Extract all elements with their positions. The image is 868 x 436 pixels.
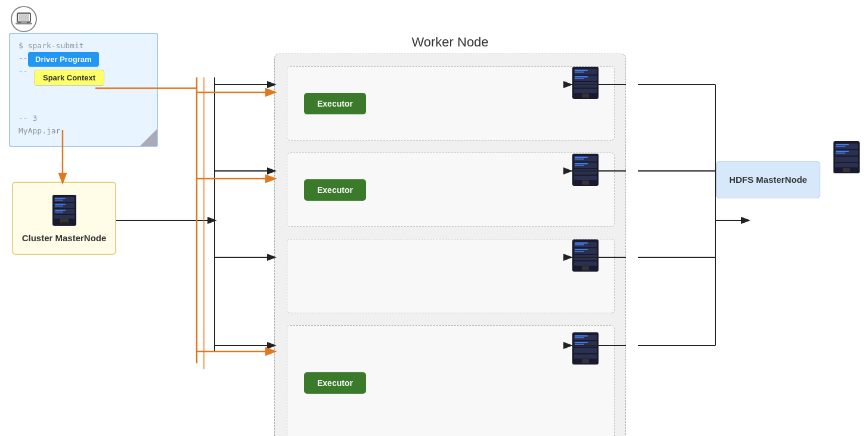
svg-rect-1 <box>18 14 29 21</box>
code-line-1: $ spark-submit <box>18 40 148 52</box>
svg-rect-40 <box>574 255 597 260</box>
svg-rect-61 <box>835 163 858 167</box>
cluster-server-icon <box>49 194 79 227</box>
worker-sub-2: Executor <box>287 152 615 227</box>
svg-rect-23 <box>575 71 584 73</box>
svg-rect-26 <box>582 94 589 98</box>
executor-box-4: Executor <box>304 372 366 394</box>
driver-program-label: Driver Program <box>35 55 92 64</box>
hdfs-server-icon <box>831 140 862 177</box>
svg-rect-36 <box>582 180 589 185</box>
code-line-4: -- 3 <box>18 113 148 125</box>
svg-rect-35 <box>575 165 584 166</box>
worker-sub-1: Executor <box>287 66 615 141</box>
worker-sub-4: Executor <box>287 325 615 436</box>
svg-rect-20 <box>574 82 597 88</box>
svg-rect-13 <box>55 210 66 211</box>
svg-rect-42 <box>575 242 588 244</box>
cluster-master-box: Cluster MasterNode <box>12 182 116 255</box>
cluster-master-label: Cluster MasterNode <box>22 233 107 243</box>
svg-rect-46 <box>582 266 589 270</box>
svg-rect-62 <box>836 144 849 145</box>
hdfs-master-label: HDFS MasterNode <box>729 175 807 185</box>
svg-rect-44 <box>575 249 588 250</box>
worker-sub-3 <box>287 239 615 313</box>
server-worker-3 <box>570 238 601 275</box>
svg-rect-54 <box>575 342 588 343</box>
svg-rect-45 <box>575 251 584 252</box>
server-worker-2 <box>570 152 601 189</box>
svg-rect-10 <box>55 200 63 201</box>
svg-rect-65 <box>836 152 845 154</box>
executor-box-2: Executor <box>304 179 366 201</box>
svg-rect-30 <box>574 169 597 175</box>
worker-node-title: Worker Node <box>274 35 626 50</box>
svg-rect-21 <box>574 89 597 93</box>
server-worker-1 <box>570 66 601 102</box>
svg-rect-22 <box>575 70 588 71</box>
svg-rect-12 <box>55 205 63 207</box>
svg-rect-56 <box>582 359 589 363</box>
svg-rect-14 <box>55 211 63 213</box>
terminal-box: Driver Program Spark Context $ spark-sub… <box>9 33 158 147</box>
svg-rect-63 <box>836 146 845 147</box>
executor-box-1: Executor <box>304 93 366 114</box>
server-worker-4 <box>570 331 601 368</box>
hdfs-master-box: HDFS MasterNode <box>716 161 820 198</box>
svg-rect-55 <box>575 344 584 345</box>
svg-rect-53 <box>575 337 584 338</box>
svg-rect-24 <box>575 76 588 77</box>
svg-rect-3 <box>21 22 27 23</box>
svg-rect-16 <box>61 222 67 225</box>
svg-rect-31 <box>574 176 597 180</box>
code-line-5: MyApp.jar <box>18 125 148 138</box>
svg-rect-33 <box>575 158 584 160</box>
svg-rect-52 <box>575 335 588 337</box>
svg-rect-64 <box>836 151 849 152</box>
svg-rect-66 <box>843 168 850 172</box>
svg-rect-41 <box>574 261 597 266</box>
svg-rect-43 <box>575 244 584 245</box>
svg-rect-11 <box>55 204 66 205</box>
svg-rect-32 <box>575 157 588 158</box>
svg-rect-51 <box>574 354 597 359</box>
svg-rect-60 <box>835 157 858 162</box>
svg-rect-50 <box>574 348 597 353</box>
svg-rect-34 <box>575 163 588 164</box>
laptop-icon <box>11 6 37 32</box>
svg-rect-9 <box>55 198 66 199</box>
spark-context-label: Spark Context <box>43 73 95 82</box>
svg-rect-25 <box>575 78 584 79</box>
diagram-container: Driver Program Spark Context $ spark-sub… <box>0 0 868 436</box>
